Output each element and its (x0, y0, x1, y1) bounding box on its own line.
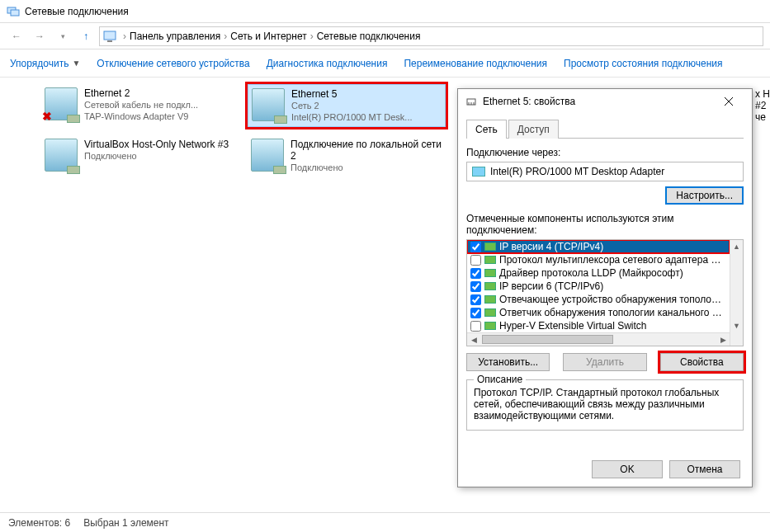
close-icon (725, 97, 733, 106)
breadcrumb-control-panel[interactable]: Панель управления (130, 31, 220, 42)
install-button[interactable]: Установить... (466, 353, 550, 371)
connect-using-label: Подключение через: (466, 147, 744, 158)
component-ipv6[interactable]: IP версии 6 (TCP/IPv6) (467, 280, 730, 293)
component-checkbox[interactable] (470, 294, 481, 305)
chevron-right-icon: › (224, 31, 227, 42)
network-adapter-icon (252, 88, 285, 121)
chevron-right-icon: › (310, 31, 314, 42)
component-checkbox[interactable] (470, 321, 481, 332)
component-checkbox[interactable] (470, 268, 481, 279)
properties-dialog: Ethernet 5: свойства Сеть Доступ Подключ… (457, 88, 753, 487)
view-status-button[interactable]: Просмотр состояния подключения (564, 58, 722, 69)
breadcrumb-network-internet[interactable]: Сеть и Интернет (230, 31, 306, 42)
connection-name: Ethernet 5 (291, 88, 413, 100)
scroll-up-icon[interactable]: ▲ (730, 240, 743, 253)
up-button[interactable]: ↑ (76, 26, 96, 46)
ok-button[interactable]: OK (592, 460, 663, 478)
dialog-titlebar[interactable]: Ethernet 5: свойства (458, 89, 752, 114)
status-selection: Выбран 1 элемент (83, 517, 168, 529)
protocol-icon (484, 282, 496, 290)
connection-ethernet-5[interactable]: Ethernet 5 Сеть 2 Intel(R) PRO/1000 MT D… (248, 84, 446, 127)
components-label: Отмеченные компоненты используются этим … (466, 213, 744, 236)
protocol-icon (484, 295, 496, 304)
configure-button[interactable]: Настроить... (665, 186, 744, 205)
connection-status: Подключено (291, 162, 439, 173)
svg-rect-2 (104, 31, 116, 40)
component-checkbox[interactable] (470, 281, 481, 292)
tab-access[interactable]: Доступ (508, 120, 559, 139)
component-ipv4[interactable]: IP версии 4 (TCP/IPv4) (467, 240, 730, 253)
connection-local-area[interactable]: Подключение по локальной сети 2 Подключе… (248, 135, 446, 177)
breadcrumb[interactable]: › Панель управления › Сеть и Интернет › … (99, 26, 763, 46)
components-list[interactable]: IP версии 4 (TCP/IPv4) Протокол мультипл… (466, 239, 744, 346)
network-connections-icon (7, 5, 20, 18)
network-adapter-icon: ✖ (45, 87, 78, 120)
protocol-icon (484, 322, 496, 330)
svg-rect-1 (11, 10, 19, 16)
scroll-down-icon[interactable]: ▼ (730, 319, 743, 332)
command-bar: Упорядочить▼ Отключение сетевого устройс… (0, 49, 770, 78)
tab-network[interactable]: Сеть (466, 120, 507, 139)
error-icon: ✖ (42, 110, 52, 123)
component-checkbox[interactable] (470, 242, 481, 252)
protocol-icon (484, 242, 496, 251)
diagnose-button[interactable]: Диагностика подключения (267, 58, 388, 69)
connection-status: Сетевой кабель не подкл... (84, 99, 198, 111)
status-bar: Элементов: 6 Выбран 1 элемент (0, 512, 770, 532)
horizontal-scrollbar[interactable]: ◀ ▶ (467, 332, 730, 346)
forward-button[interactable]: → (30, 26, 50, 46)
nic-icon (472, 167, 485, 177)
connection-status: Подключено (84, 150, 229, 162)
connection-device: Intel(R) PRO/1000 MT Desk... (291, 111, 413, 123)
dialog-body: Сеть Доступ Подключение через: Intel(R) … (458, 114, 752, 435)
remove-button[interactable]: Удалить (563, 353, 646, 371)
description-text: Протокол TCP/IP. Стандартный протокол гл… (474, 387, 736, 421)
connection-name: Ethernet 2 (84, 87, 198, 99)
protocol-icon (484, 269, 496, 277)
breadcrumb-network-connections[interactable]: Сетевые подключения (317, 31, 421, 42)
component-checkbox[interactable] (470, 255, 481, 266)
cancel-button[interactable]: Отмена (669, 460, 740, 478)
chevron-down-icon: ▼ (72, 59, 80, 68)
organize-menu[interactable]: Упорядочить▼ (10, 58, 80, 69)
window-title: Сетевые подключения (25, 6, 129, 17)
disable-device-button[interactable]: Отключение сетевого устройства (97, 58, 249, 69)
rename-button[interactable]: Переименование подключения (404, 58, 547, 69)
connection-status: Сеть 2 (291, 100, 413, 111)
protocol-icon (484, 308, 496, 317)
titlebar: Сетевые подключения (0, 0, 770, 23)
component-lldp[interactable]: Драйвер протокола LLDP (Майкрософт) (467, 266, 730, 280)
scroll-thumb[interactable] (482, 335, 613, 344)
connection-virtualbox[interactable]: VirtualBox Host-Only Network #3 Подключе… (41, 135, 239, 175)
scroll-right-icon[interactable]: ▶ (716, 333, 730, 346)
control-panel-icon (103, 30, 116, 43)
network-adapter-icon (251, 139, 284, 172)
network-adapter-icon (45, 139, 78, 172)
connection-device: TAP-Windows Adapter V9 (84, 111, 198, 122)
component-multiplexor[interactable]: Протокол мультиплексора сетевого адаптер… (467, 253, 730, 266)
nic-sub-icon (274, 115, 287, 124)
protocol-icon (484, 256, 496, 264)
address-bar: ← → ▾ ↑ › Панель управления › Сеть и Инт… (0, 23, 770, 49)
tab-strip: Сеть Доступ (466, 119, 744, 139)
recent-button[interactable]: ▾ (53, 26, 73, 46)
properties-button[interactable]: Свойства (660, 353, 744, 371)
chevron-right-icon: › (123, 31, 126, 42)
dialog-title: Ethernet 5: свойства (483, 96, 712, 107)
component-hyperv[interactable]: Hyper-V Extensible Virtual Switch (467, 319, 730, 332)
component-lltd-mapper[interactable]: Ответчик обнаружения топологии канальног… (467, 306, 730, 319)
connection-name: VirtualBox Host-Only Network #3 (84, 139, 229, 150)
component-lltd-responder[interactable]: Отвечающее устройство обнаружения тополо… (467, 293, 730, 306)
component-checkbox[interactable] (470, 308, 481, 318)
back-button[interactable]: ← (7, 26, 26, 46)
nic-sub-icon (273, 166, 286, 174)
scroll-left-icon[interactable]: ◀ (467, 333, 480, 346)
connection-ethernet-2[interactable]: ✖ Ethernet 2 Сетевой кабель не подкл... … (41, 84, 239, 125)
nic-sub-icon (67, 166, 80, 174)
offscreen-fragment: x H #2 че (755, 88, 770, 123)
nic-sub-icon (67, 115, 80, 123)
svg-rect-3 (107, 40, 112, 42)
vertical-scrollbar[interactable]: ▲ ▼ (730, 240, 743, 346)
close-button[interactable] (712, 89, 745, 114)
connection-name: Подключение по локальной сети 2 (291, 139, 442, 162)
